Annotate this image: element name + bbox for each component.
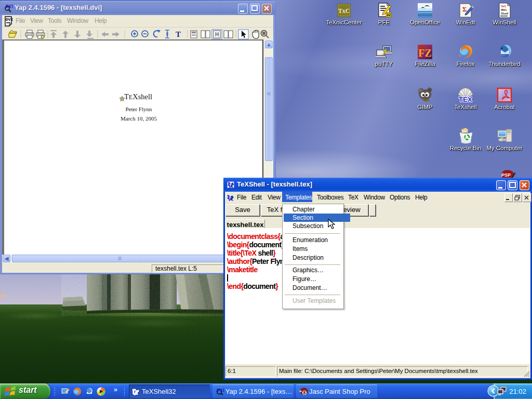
- svg-text:Shell: Shell: [501, 12, 509, 15]
- svg-text:DVI: DVI: [6, 17, 14, 22]
- svg-text:Σ: Σ: [462, 5, 467, 13]
- svg-text:H: H: [215, 32, 219, 37]
- svg-text:FZ: FZ: [418, 47, 432, 59]
- svg-text:T: T: [134, 390, 136, 394]
- svg-text:8: 8: [303, 390, 305, 395]
- svg-text:PSP: PSP: [501, 172, 511, 178]
- svg-text:TeX: TeX: [501, 5, 507, 8]
- svg-text:TEX: TEX: [459, 96, 472, 103]
- svg-text:Win-: Win-: [501, 8, 508, 11]
- svg-text:32: 32: [387, 13, 391, 17]
- svg-text:DVI: DVI: [217, 388, 224, 393]
- svg-text:T: T: [229, 183, 232, 188]
- svg-text:TxC: TxC: [338, 7, 350, 15]
- svg-text:T: T: [176, 30, 181, 38]
